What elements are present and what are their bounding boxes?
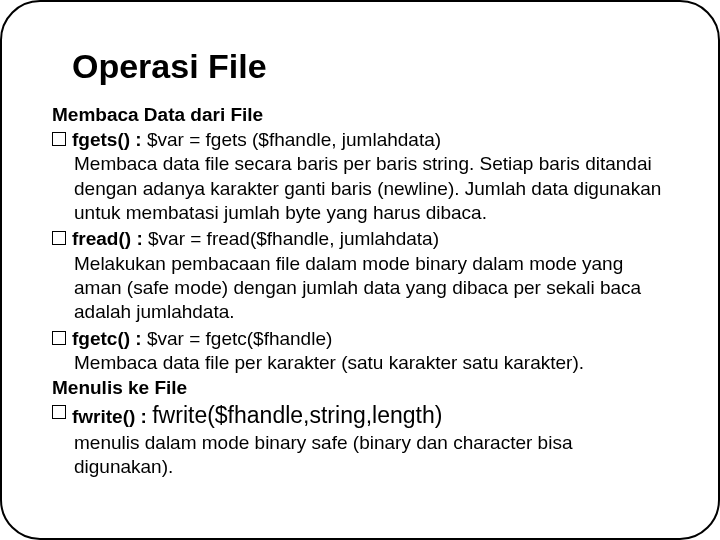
bullet-box-icon [52,405,66,419]
function-line: fgetc() : $var = fgetc($fhandle) [52,327,668,351]
function-signature: $var = fgetc($fhandle) [147,328,332,349]
function-name: fread() : [72,228,148,249]
list-item: fgetc() : $var = fgetc($fhandle) Membaca… [52,327,668,376]
function-description: menulis dalam mode binary safe (binary d… [74,431,668,480]
slide-title: Operasi File [72,47,668,86]
function-name: fwrite() : [72,406,152,427]
bullet-box-icon [52,231,66,245]
list-item: fwrite() : fwrite($fhandle,string,length… [52,401,668,479]
section-heading-write: Menulis ke File [52,377,668,399]
section-heading-read: Membaca Data dari File [52,104,668,126]
function-line: fgets() : $var = fgets ($fhandle, jumlah… [52,128,668,152]
function-line: fwrite() : fwrite($fhandle,string,length… [52,401,668,430]
function-signature: $var = fgets ($fhandle, jumlahdata) [147,129,441,150]
slide: Operasi File Membaca Data dari File fget… [0,0,720,540]
function-name: fgets() : [72,129,147,150]
function-description: Membaca data file secara baris per baris… [74,152,668,225]
function-description: Melakukan pembacaan file dalam mode bina… [74,252,668,325]
list-item: fgets() : $var = fgets ($fhandle, jumlah… [52,128,668,225]
function-name: fgetc() : [72,328,147,349]
function-line: fread() : $var = fread($fhandle, jumlahd… [52,227,668,251]
function-signature: $var = fread($fhandle, jumlahdata) [148,228,439,249]
function-description: Membaca data file per karakter (satu kar… [74,351,668,375]
bullet-box-icon [52,331,66,345]
list-item: fread() : $var = fread($fhandle, jumlahd… [52,227,668,324]
function-signature: fwrite($fhandle,string,length) [152,402,442,428]
bullet-box-icon [52,132,66,146]
